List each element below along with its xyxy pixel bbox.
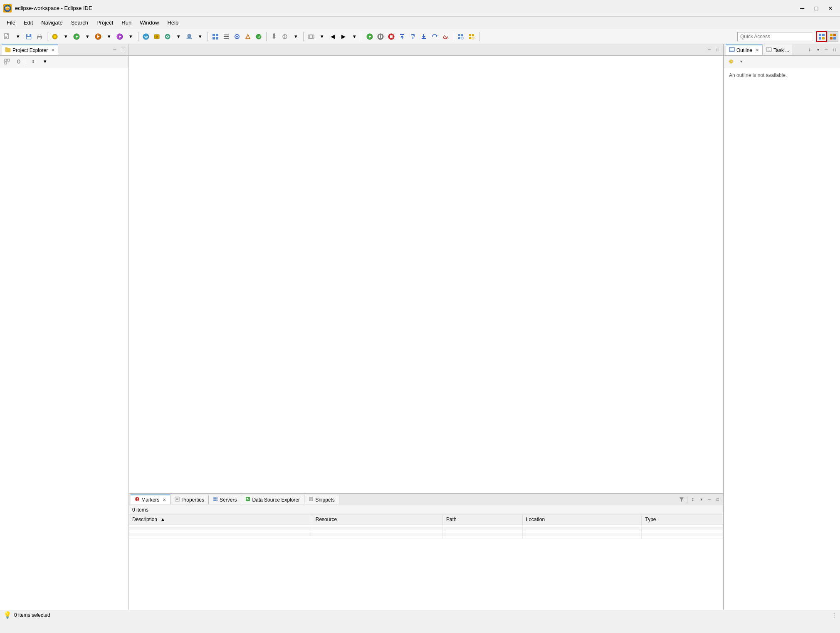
toolbar-dropdown-debug[interactable]: ▾ — [104, 31, 114, 42]
markers-tab-close[interactable]: ✕ — [163, 497, 166, 502]
toolbar-dropdown-run[interactable]: ▾ — [82, 31, 93, 42]
save-button[interactable] — [23, 31, 34, 42]
tb-btn-2[interactable] — [221, 31, 232, 42]
menu-help[interactable]: Help — [164, 18, 182, 27]
toolbar-dropdown-new[interactable]: ▾ — [12, 31, 23, 42]
quick-access-input[interactable] — [737, 32, 812, 41]
editor-minimize-button[interactable]: ─ — [706, 46, 713, 54]
outline-view-menu[interactable] — [806, 46, 813, 54]
project-explorer-tab[interactable]: Project Explorer ✕ — [2, 45, 58, 55]
table-cell — [642, 530, 723, 533]
open-task-button[interactable]: W — [141, 31, 151, 42]
tb-btn-6[interactable] — [279, 31, 290, 42]
toolbar-dropdown-build[interactable]: ▾ — [60, 31, 71, 42]
svg-rect-87 — [5, 62, 7, 64]
menu-run[interactable]: Run — [118, 18, 135, 27]
toolbar-dropdown-coverage[interactable]: ▾ — [125, 31, 136, 42]
tb-btn-5[interactable]: ✓ — [253, 31, 264, 42]
run-button[interactable] — [71, 31, 82, 42]
java-perspective-button[interactable] — [816, 31, 827, 42]
toolbar-dropdown-nav1[interactable]: ▾ — [290, 31, 301, 42]
properties-tab-icon — [175, 497, 180, 503]
outline-dropdown[interactable]: ▾ — [814, 46, 822, 54]
pe-dropdown[interactable]: ▾ — [40, 56, 50, 67]
project-explorer-close[interactable]: ✕ — [51, 48, 54, 52]
pe-minimize-button[interactable]: ─ — [111, 46, 119, 54]
step-return-button[interactable] — [418, 31, 429, 42]
sync-button[interactable] — [162, 31, 173, 42]
col-description[interactable]: Description ▲ — [129, 515, 312, 524]
disconnect-button[interactable] — [440, 31, 451, 42]
open-repo-button[interactable] — [151, 31, 162, 42]
maximize-button[interactable]: □ — [810, 3, 823, 13]
bottom-dropdown[interactable]: ▾ — [697, 496, 705, 503]
servers-tab[interactable]: Servers — [209, 495, 241, 504]
new-button[interactable] — [2, 31, 12, 42]
tb-back-button[interactable]: ◀ — [327, 31, 338, 42]
menu-edit[interactable]: Edit — [20, 18, 36, 27]
window-controls[interactable]: ─ □ ✕ — [796, 3, 837, 13]
tb-btn-1[interactable] — [210, 31, 221, 42]
bottom-minimize-button[interactable]: ─ — [706, 496, 713, 503]
step-over-button[interactable] — [408, 31, 418, 42]
stop-button[interactable] — [386, 31, 397, 42]
tb-btn-7[interactable] — [306, 31, 316, 42]
step-into-button[interactable] — [397, 31, 408, 42]
menu-file[interactable]: File — [3, 18, 19, 27]
tb-forward-button[interactable]: ▶ — [338, 31, 349, 42]
debug-button[interactable] — [93, 31, 104, 42]
col-path[interactable]: Path — [443, 515, 523, 524]
pe-maximize-button[interactable]: □ — [119, 46, 127, 54]
menu-window[interactable]: Window — [136, 18, 162, 27]
close-button[interactable]: ✕ — [824, 3, 837, 13]
bottom-maximize-button[interactable]: □ — [714, 496, 721, 503]
profile-button[interactable] — [184, 31, 195, 42]
debug-perspective-button[interactable] — [828, 31, 838, 42]
tb-extra-2[interactable] — [466, 31, 477, 42]
col-location[interactable]: Location — [522, 515, 642, 524]
tb-extra-1[interactable] — [455, 31, 466, 42]
toolbar-dropdown-profile[interactable]: ▾ — [195, 31, 205, 42]
minimize-button[interactable]: ─ — [796, 3, 808, 13]
pe-link-button[interactable] — [13, 56, 24, 67]
task-tab[interactable]: Task ... — [763, 45, 793, 55]
toolbar-dropdown-forward[interactable]: ▾ — [349, 31, 360, 42]
toolbar-dropdown-sync[interactable]: ▾ — [173, 31, 184, 42]
outline-maximize-button[interactable]: □ — [831, 46, 838, 54]
bottom-view-menu[interactable] — [689, 496, 697, 503]
outline-settings[interactable] — [726, 56, 736, 67]
svg-text:W: W — [144, 35, 148, 39]
menu-navigate[interactable]: Navigate — [38, 18, 66, 27]
menu-search[interactable]: Search — [68, 18, 91, 27]
tb-btn-3[interactable] — [232, 31, 242, 42]
tb-pin-button[interactable] — [269, 31, 279, 42]
outline-minimize-button[interactable]: ─ — [823, 46, 830, 54]
svg-rect-95 — [176, 499, 178, 500]
outline-tab[interactable]: Outline ✕ — [726, 45, 763, 55]
outline-close[interactable]: ✕ — [756, 48, 759, 52]
bottom-tabs: Markers ✕ Properties Servers — [129, 494, 723, 505]
bottom-filter-button[interactable] — [678, 496, 685, 503]
toolbar-dropdown-nav2[interactable]: ▾ — [316, 31, 327, 42]
snippets-tab[interactable]: Snippets — [304, 495, 339, 504]
outline-dropdown2[interactable]: ▾ — [737, 58, 745, 65]
reconnect-button[interactable] — [429, 31, 440, 42]
svg-rect-48 — [308, 35, 312, 38]
col-type[interactable]: Type — [642, 515, 723, 524]
pause-button[interactable] — [375, 31, 386, 42]
tb-btn-4[interactable]: ! — [242, 31, 253, 42]
properties-tab[interactable]: Properties — [170, 495, 209, 504]
svg-rect-34 — [224, 35, 229, 35]
print-button[interactable] — [34, 31, 45, 42]
menu-project[interactable]: Project — [93, 18, 116, 27]
coverage-button[interactable] — [114, 31, 125, 42]
build-button[interactable] — [49, 31, 60, 42]
editor-maximize-button[interactable]: □ — [714, 46, 721, 54]
pe-view-menu[interactable] — [28, 56, 39, 67]
datasource-tab[interactable]: Data Source Explorer — [241, 495, 304, 504]
markers-tab[interactable]: Markers ✕ — [131, 495, 170, 504]
svg-rect-69 — [458, 37, 460, 39]
pe-collapse-button[interactable] — [2, 56, 12, 67]
col-resource[interactable]: Resource — [312, 515, 442, 524]
play-button[interactable] — [364, 31, 375, 42]
